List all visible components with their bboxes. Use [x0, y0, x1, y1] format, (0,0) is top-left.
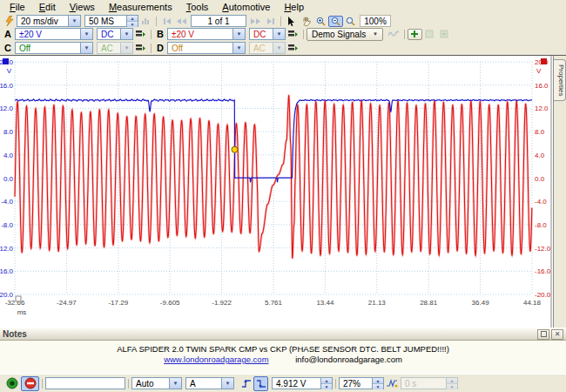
measurements-grid-icon[interactable]: [138, 16, 153, 27]
channel-b-axis-marker[interactable]: [541, 58, 547, 64]
zoom-full-tool[interactable]: [343, 16, 358, 27]
x-axis-label: -17.29: [108, 299, 128, 307]
duplicate-signal-button[interactable]: [422, 29, 437, 40]
channel-c-coupling-select[interactable]: AC ▼: [97, 42, 133, 54]
channel-b-range-value: ±20 V: [168, 29, 232, 39]
go-button[interactable]: [3, 376, 21, 391]
next-waveform-button[interactable]: [248, 16, 263, 27]
channel-b-coupling-value: DC: [250, 29, 273, 39]
page-indicator-value: 1 of 1: [207, 17, 229, 26]
chevron-down-icon: ▼: [68, 16, 80, 26]
side-panel-strip: Properties: [553, 56, 566, 328]
x-axis-label: 13.44: [316, 299, 334, 307]
chevron-down-icon: ▼: [120, 43, 132, 53]
zoom-out-tool[interactable]: [328, 16, 343, 27]
properties-tab[interactable]: Properties: [554, 59, 566, 101]
channel-b-coupling-select[interactable]: DC ▼: [249, 28, 286, 40]
menu-item-file[interactable]: File: [3, 1, 32, 14]
demo-signals-button[interactable]: Demo Signals ▼: [307, 28, 383, 41]
notes-email-text: info@londonroadgarage.com: [295, 355, 402, 364]
x-axis-label: 5.761: [265, 299, 283, 307]
channel-d-coupling-select[interactable]: AC ▼: [249, 42, 286, 54]
spin-down-icon[interactable]: ▼: [373, 384, 383, 389]
timebase-select[interactable]: 20 ms/div ▼: [17, 15, 81, 27]
channel-c-range-select[interactable]: Off ▼: [15, 42, 93, 54]
first-waveform-button[interactable]: [159, 16, 174, 27]
y-axis-left-label: -20.0: [0, 291, 14, 299]
remove-signal-button[interactable]: [437, 29, 452, 40]
channel-b-options-icon[interactable]: [286, 29, 300, 40]
channel-b-range-select[interactable]: ±20 V ▼: [167, 28, 246, 40]
trigger-marker[interactable]: [232, 146, 238, 152]
trigger-mode-select[interactable]: Auto ▼: [131, 377, 182, 389]
stop-icon: [24, 377, 37, 389]
spin-up-icon[interactable]: ▲: [321, 378, 332, 384]
channel-d-range-select[interactable]: Off ▼: [167, 42, 246, 54]
hand-tool[interactable]: [299, 16, 313, 27]
spin-up-icon[interactable]: ▲: [127, 16, 138, 22]
x-axis-label: 28.81: [420, 299, 438, 307]
previous-waveform-button[interactable]: [174, 16, 189, 27]
zoom-level-display[interactable]: 100%: [360, 15, 391, 27]
spin-up-icon: ▲: [447, 378, 457, 384]
trigger-level-spinner[interactable]: 4.912 V ▲▼: [272, 377, 333, 389]
samples-spinner[interactable]: 50 MS ▲▼: [84, 15, 138, 27]
spin-up-icon[interactable]: ▲: [373, 378, 383, 384]
notes-restore-button[interactable]: [537, 329, 549, 340]
menu-item-views[interactable]: Views: [63, 1, 102, 14]
menu-item-measurements[interactable]: Measurements: [102, 1, 179, 14]
menu-item-help[interactable]: Help: [277, 1, 311, 14]
trigger-source-select[interactable]: A ▼: [185, 377, 234, 389]
zoom-in-tool[interactable]: [313, 16, 328, 27]
picoscope-window: FileEditViewsMeasurementsToolsAutomotive…: [0, 0, 566, 392]
channel-d-options-icon[interactable]: [286, 43, 300, 54]
close-icon: ✕: [555, 330, 561, 338]
channel-d-coupling-value: AC: [250, 43, 273, 53]
cursor-arrow-icon: [287, 17, 295, 26]
setup-wizard-icon[interactable]: [2, 16, 17, 27]
channel-a-coupling-select[interactable]: DC ▼: [97, 28, 133, 40]
chevron-down-icon: ▼: [373, 31, 378, 37]
channel-a-range-select[interactable]: ±20 V ▼: [15, 28, 93, 40]
trigger-mode-value: Auto: [132, 378, 169, 389]
zoom-in-icon: [316, 17, 326, 26]
add-demo-signal-button[interactable]: [408, 29, 422, 40]
normal-pointer-tool[interactable]: [284, 16, 299, 27]
axis-drag-handle[interactable]: [16, 296, 21, 301]
edit-demo-signal-icon[interactable]: [387, 29, 401, 40]
channel-a-axis-marker[interactable]: [3, 58, 9, 64]
hand-icon: [301, 17, 311, 26]
y-axis-left-label: 0.0: [3, 175, 14, 183]
chevron-down-icon: ▼: [80, 43, 92, 53]
rapid-trigger-icon: [387, 379, 398, 389]
channel-a-options-icon[interactable]: [133, 29, 148, 40]
falling-edge-button[interactable]: [253, 376, 268, 391]
spin-down-icon[interactable]: ▼: [321, 384, 332, 389]
notes-close-button[interactable]: ✕: [551, 329, 563, 340]
scope-plot[interactable]: 20.016.012.08.04.00.0-4.0-8.0-12.0-16.0-…: [0, 56, 553, 328]
last-waveform-button[interactable]: [263, 16, 278, 27]
y-axis-left-label: 12.0: [0, 105, 14, 112]
notes-website-link[interactable]: www.londonroadgarage.com: [164, 355, 268, 364]
stop-button[interactable]: [21, 376, 39, 391]
falling-edge-icon: [256, 379, 266, 389]
demo-signals-label: Demo Signals: [312, 30, 366, 39]
pretrigger-value: 27%: [340, 378, 372, 389]
menu-item-edit[interactable]: Edit: [32, 1, 63, 14]
chevron-down-icon: ▼: [80, 29, 92, 39]
y-axis-right-label: -8.0: [535, 221, 547, 229]
zoom-out-icon: [331, 17, 340, 26]
channel-d-range-value: Off: [168, 43, 232, 53]
channel-c-options-icon[interactable]: [133, 43, 148, 54]
rising-edge-icon: [241, 379, 252, 389]
buffer-page-indicator[interactable]: 1 of 1: [191, 15, 246, 27]
rapid-trigger-button[interactable]: [384, 376, 401, 391]
menu-item-automotive[interactable]: Automotive: [215, 1, 277, 14]
trigger-source-value: A: [186, 378, 221, 389]
scope-view: 20.016.012.08.04.00.0-4.0-8.0-12.0-16.0-…: [0, 55, 566, 328]
menu-item-tools[interactable]: Tools: [179, 1, 216, 14]
pretrigger-spinner[interactable]: 27% ▲▼: [339, 377, 384, 389]
y-axis-right-unit: V: [536, 67, 542, 75]
rising-edge-button[interactable]: [239, 376, 253, 391]
post-trigger-delay-spinner[interactable]: 0 s ▲▼: [401, 377, 458, 389]
